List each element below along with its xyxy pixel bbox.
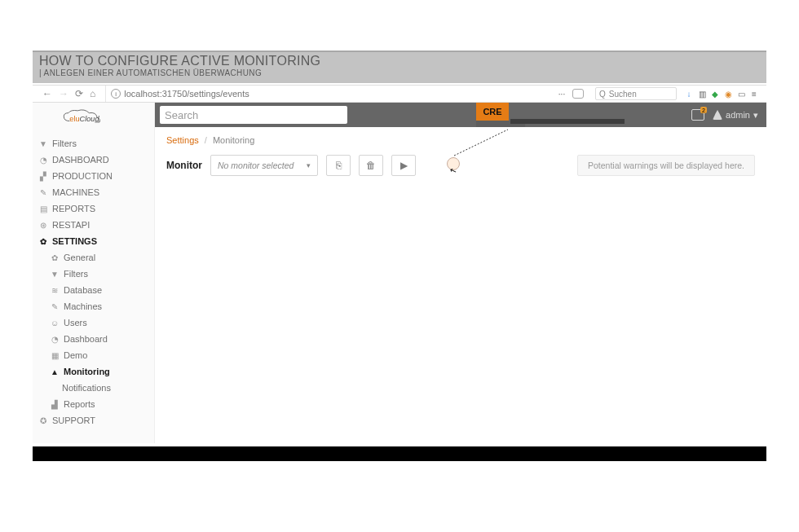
- user-menu[interactable]: admin ▾: [713, 110, 758, 121]
- breadcrumb-current: Monitoring: [213, 135, 254, 145]
- sidebar-item-notifications[interactable]: Notifications: [33, 380, 154, 396]
- forward-icon[interactable]: →: [59, 88, 68, 99]
- title-main: HOW TO CONFIGURE ACTIVE MONITORING: [39, 54, 760, 68]
- url-text: localhost:31750/settings/events: [124, 89, 249, 99]
- sidebar-item-production[interactable]: ▞PRODUCTION: [33, 168, 154, 184]
- app-search-placeholder: Search: [165, 109, 198, 121]
- title-sub: | ANLEGEN EINER AUTOMATISCHEN ÜBERWACHUN…: [39, 68, 760, 77]
- play-button[interactable]: ▶: [391, 155, 416, 176]
- video-bottom-bar: [33, 446, 766, 461]
- app-topbar: Search CRE 2 admin ▾: [155, 103, 766, 127]
- sidebar-item-demo[interactable]: ▦Demo: [33, 347, 154, 363]
- warnings-text: Potential warnings will be displayed her…: [588, 160, 744, 170]
- sidebar: eluCloud ▼Filters ◔DASHBOARD ▞PRODUCTION…: [33, 103, 155, 443]
- filter-icon: ▼: [39, 139, 47, 148]
- doc-icon: ▤: [39, 204, 47, 213]
- sidebar-item-dashboard[interactable]: ◔DASHBOARD: [33, 152, 154, 168]
- sidebar-item-sreports[interactable]: ▟Reports: [33, 396, 154, 412]
- sidebar-item-sfilters[interactable]: ▼Filters: [33, 266, 154, 282]
- app-search[interactable]: Search: [160, 106, 347, 124]
- logo[interactable]: eluCloud: [33, 103, 154, 134]
- sidebar-item-users[interactable]: ☺Users: [33, 314, 154, 331]
- delete-button[interactable]: 🗑: [359, 155, 383, 176]
- site-info-icon[interactable]: i: [111, 89, 121, 99]
- sidebar-item-database[interactable]: ≋Database: [33, 282, 154, 298]
- search-icon: Q: [599, 90, 606, 99]
- logo-pre: elu: [69, 115, 79, 123]
- save-icon: ⎘: [336, 160, 342, 171]
- general-icon: ✿: [51, 253, 59, 262]
- topbar-right: 2 admin ▾: [691, 109, 766, 121]
- addon2-icon[interactable]: ◉: [724, 90, 732, 98]
- back-icon[interactable]: ←: [42, 88, 52, 99]
- main-area: Search CRE 2 admin ▾ Settings / Monitori…: [155, 103, 766, 443]
- database-icon: ≋: [51, 286, 59, 295]
- gauge-icon: ◔: [39, 156, 47, 165]
- messages-icon[interactable]: 2: [691, 109, 704, 121]
- browser-search-placeholder: Suchen: [609, 90, 637, 99]
- save-button[interactable]: ⎘: [326, 155, 351, 176]
- trash-icon: 🗑: [366, 160, 376, 171]
- person-icon: [713, 110, 722, 120]
- support-icon: ✪: [39, 416, 47, 425]
- sidebar-item-support[interactable]: ✪SUPPORT: [33, 412, 154, 429]
- wrench-icon: ✎: [39, 188, 47, 197]
- sidebar-item-settings[interactable]: ✿SETTINGS: [33, 233, 154, 249]
- caret-icon: ▾: [307, 161, 311, 169]
- breadcrumb-sep: /: [201, 135, 210, 145]
- title-band: HOW TO CONFIGURE ACTIVE MONITORING | ANL…: [33, 51, 766, 83]
- play-icon: ▶: [400, 160, 408, 171]
- user-icon: ☺: [51, 319, 59, 328]
- chart-icon: ▞: [39, 172, 47, 181]
- sidebar-item-monitoring[interactable]: ▲Monitoring: [33, 363, 154, 380]
- browser-nav-controls: ← → ⟳ ⌂: [33, 86, 106, 102]
- sidebar-item-general[interactable]: ✿General: [33, 249, 154, 266]
- breadcrumb: Settings / Monitoring: [155, 127, 766, 150]
- filter-icon: ▼: [51, 270, 59, 279]
- bookmark-icon[interactable]: ▭: [737, 90, 745, 98]
- reload-icon[interactable]: ⟳: [75, 88, 83, 99]
- home-icon[interactable]: ⌂: [90, 88, 95, 99]
- sidebar-item-sdashboard[interactable]: ◔Dashboard: [33, 331, 154, 347]
- api-icon: ⊛: [39, 221, 47, 230]
- sidebar-item-smachines[interactable]: ✎Machines: [33, 298, 154, 314]
- browser-right-icons: ↓ ▥ ◆ ◉ ▭ ≡: [677, 90, 766, 98]
- user-label: admin: [726, 110, 750, 120]
- demo-icon: ▦: [51, 351, 59, 360]
- sidebar-nav: ▼Filters ◔DASHBOARD ▞PRODUCTION ✎MACHINE…: [33, 134, 154, 429]
- addon1-icon[interactable]: ◆: [711, 90, 719, 98]
- chart-icon: ▟: [51, 400, 59, 409]
- more-icon[interactable]: ···: [558, 90, 566, 98]
- monitor-toolbar: Monitor No monitor selected ▾ ⎘ 🗑 ▶ Pote…: [155, 150, 766, 181]
- svg-text:eluCloud: eluCloud: [69, 115, 99, 123]
- warnings-banner: Potential warnings will be displayed her…: [577, 155, 755, 176]
- messages-badge: 2: [700, 107, 707, 113]
- menu-icon[interactable]: ≡: [750, 90, 758, 98]
- browser-toolbar: ← → ⟳ ⌂ i localhost:31750/settings/event…: [33, 85, 766, 103]
- download-icon[interactable]: ↓: [685, 90, 693, 98]
- cre-tag: CRE: [476, 103, 509, 121]
- app-frame: eluCloud ▼Filters ◔DASHBOARD ▞PRODUCTION…: [33, 103, 766, 443]
- sidebar-item-restapi[interactable]: ⊛RESTAPI: [33, 217, 154, 233]
- logo-post: Cloud: [79, 115, 99, 123]
- monitor-select-text: No monitor selected: [218, 160, 294, 170]
- reader-icon[interactable]: [572, 89, 584, 99]
- breadcrumb-root[interactable]: Settings: [166, 135, 199, 145]
- toast-shadow: [510, 119, 625, 124]
- bell-icon: ▲: [51, 367, 59, 376]
- gauge-icon: ◔: [51, 335, 59, 344]
- library-icon[interactable]: ▥: [698, 90, 706, 98]
- url-bar[interactable]: i localhost:31750/settings/events ···: [106, 86, 595, 102]
- sidebar-item-machines[interactable]: ✎MACHINES: [33, 184, 154, 200]
- monitor-label: Monitor: [166, 160, 202, 171]
- gear-icon: ✿: [39, 237, 47, 246]
- caret-icon: ▾: [753, 110, 758, 121]
- wrench-icon: ✎: [51, 302, 59, 311]
- sidebar-item-reports[interactable]: ▤REPORTS: [33, 200, 154, 217]
- sidebar-item-filters[interactable]: ▼Filters: [33, 135, 154, 152]
- monitor-select[interactable]: No monitor selected ▾: [210, 155, 318, 176]
- browser-search[interactable]: Q Suchen: [595, 87, 677, 100]
